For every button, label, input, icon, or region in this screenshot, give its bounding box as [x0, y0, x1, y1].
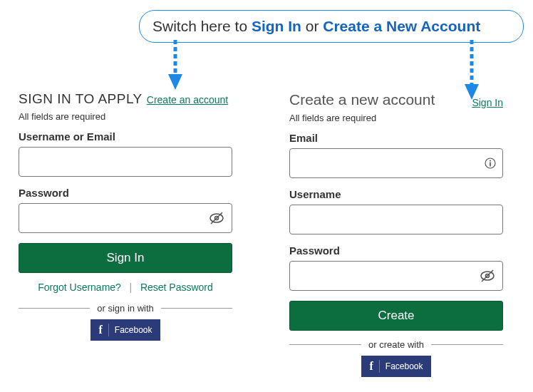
password-input[interactable] [19, 203, 232, 233]
eye-slash-icon[interactable] [208, 210, 225, 229]
reset-password-link[interactable]: Reset Password [140, 282, 213, 293]
svg-marker-1 [168, 74, 182, 90]
create-divider: or create with [289, 339, 503, 350]
facebook-icon: f [98, 324, 108, 336]
info-icon[interactable] [485, 158, 496, 172]
create-facebook-button[interactable]: f Facebook [361, 356, 431, 377]
username-label: Username or Email [19, 130, 232, 143]
create-facebook-label: Facebook [385, 361, 423, 371]
signin-facebook-button[interactable]: f Facebook [90, 319, 160, 341]
create-password-input[interactable] [289, 261, 503, 291]
callout-create: Create a New Account [323, 18, 480, 34]
create-password-label: Password [289, 244, 503, 257]
forgot-username-link[interactable]: Forgot Username? [38, 282, 121, 293]
signin-button[interactable]: Sign In [19, 243, 232, 273]
signin-divider: or sign in with [19, 303, 232, 314]
callout-text-mid: or [301, 18, 323, 34]
svg-rect-9 [490, 163, 491, 167]
aux-links: Forgot Username? | Reset Password [19, 282, 232, 293]
email-label: Email [289, 132, 503, 144]
facebook-icon: f [369, 360, 379, 373]
callout-text-pre: Switch here to [152, 18, 252, 34]
signin-link[interactable]: Sign In [472, 97, 503, 108]
create-title: Create a new account [289, 91, 435, 108]
signin-required-note: All fields are required [19, 111, 232, 122]
svg-point-8 [490, 160, 491, 162]
create-required-note: All fields are required [289, 113, 503, 123]
callout-signin: Sign In [252, 18, 301, 34]
create-button[interactable]: Create [289, 301, 503, 331]
signin-facebook-label: Facebook [115, 325, 152, 335]
create-account-link[interactable]: Create an account [147, 94, 228, 105]
username-input[interactable] [19, 147, 232, 177]
callout-bubble: Switch here to Sign In or Create a New A… [139, 10, 524, 43]
arrow-left-icon [167, 40, 181, 91]
eye-slash-icon[interactable] [479, 268, 496, 287]
signin-title: SIGN IN TO APPLY [19, 91, 143, 107]
create-panel: Create a new account Sign In All fields … [289, 91, 503, 377]
signin-divider-text: or sign in with [97, 303, 153, 314]
create-username-label: Username [289, 188, 503, 200]
create-divider-text: or create with [368, 339, 424, 350]
password-label: Password [19, 187, 232, 199]
signin-panel: SIGN IN TO APPLY Create an account All f… [19, 91, 232, 377]
email-input[interactable] [289, 148, 503, 178]
create-username-input[interactable] [289, 205, 503, 234]
